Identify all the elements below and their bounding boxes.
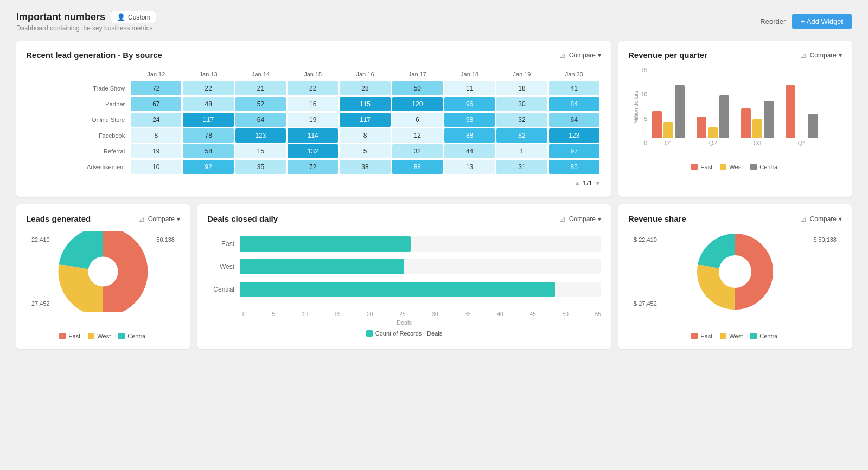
- col-header: Jan 15: [288, 69, 338, 80]
- heat-cell: 114: [288, 128, 338, 143]
- bar: [764, 101, 774, 138]
- bottom-row: Leads generated ⊿ Compare ▾ 22,410 50,13…: [16, 204, 852, 349]
- leads-header: Leads generated ⊿ Compare ▾: [26, 214, 180, 223]
- deals-bar-track: [240, 282, 601, 297]
- heat-cell: 16: [288, 97, 338, 111]
- page-header: Important numbers 👤 Custom Dashboard con…: [16, 11, 852, 32]
- rev-west-label: West: [729, 333, 743, 339]
- bar: [786, 85, 795, 138]
- bars-group: [697, 59, 729, 138]
- bars-area: Q1Q2Q3Q4: [652, 67, 842, 146]
- reorder-button[interactable]: Reorder: [760, 17, 786, 25]
- quarter-label: Q3: [754, 140, 762, 146]
- heatmap-controls: ⊿ Compare ▾: [559, 51, 601, 60]
- leads-east-label: East: [68, 333, 80, 339]
- deals-legend-label: Count of Records - Deals: [375, 330, 443, 337]
- heat-cell: 96: [444, 97, 495, 111]
- revenue-compare-button[interactable]: Compare ▾: [810, 51, 842, 59]
- bar: [708, 127, 718, 138]
- col-header: Jan 19: [496, 69, 547, 80]
- revenue-share-compare-button[interactable]: Compare ▾: [810, 215, 842, 223]
- leads-central-label: Central: [127, 333, 146, 339]
- deals-legend-item: Count of Records - Deals: [366, 330, 443, 337]
- heat-cell: 67: [131, 97, 181, 111]
- heat-cell: 1: [496, 144, 547, 158]
- heat-cell: 117: [340, 113, 390, 127]
- col-header: Jan 13: [183, 69, 233, 80]
- heat-cell: 82: [496, 128, 547, 143]
- heat-cell: 13: [444, 160, 495, 174]
- bar: [808, 114, 818, 138]
- deals-filter-icon[interactable]: ⊿: [559, 215, 566, 223]
- next-arrow[interactable]: ▼: [595, 179, 601, 187]
- revenue-compare-chevron: ▾: [839, 51, 842, 59]
- row-label: Referral: [28, 144, 129, 158]
- prev-arrow[interactable]: ▲: [574, 179, 580, 187]
- west-dot: [720, 164, 726, 170]
- revenue-share-filter-icon[interactable]: ⊿: [800, 215, 807, 223]
- legend-east: East: [691, 164, 712, 170]
- y-label-5: 5: [644, 116, 647, 122]
- bar: [697, 117, 706, 138]
- heat-cell: 58: [183, 144, 233, 158]
- leads-east-dot: [59, 333, 66, 339]
- custom-badge[interactable]: 👤 Custom: [111, 11, 156, 23]
- quarter-group: Q2: [697, 59, 729, 146]
- revenue-share-controls: ⊿ Compare ▾: [800, 215, 842, 223]
- heat-cell: 11: [444, 81, 495, 95]
- heat-cell: 52: [235, 97, 286, 111]
- rev-east-dot: [691, 333, 698, 339]
- deals-bar-fill: [240, 236, 411, 252]
- col-header: Jan 12: [131, 69, 181, 80]
- heat-cell: 41: [549, 81, 599, 95]
- y-axis-text: Million dollars: [633, 91, 639, 124]
- heat-cell: 8: [131, 128, 181, 143]
- rev-label-bottomleft: $ 27,452: [634, 300, 657, 307]
- deals-bar-track: [240, 259, 601, 274]
- deals-compare-chevron: ▾: [598, 215, 601, 223]
- bar: [752, 119, 762, 138]
- revenue-compare-label: Compare: [810, 51, 837, 59]
- heat-cell: 15: [235, 144, 286, 158]
- y-axis-label: Million dollars: [633, 67, 639, 146]
- heat-cell: 117: [183, 113, 233, 127]
- heat-cell: 115: [340, 97, 390, 111]
- revenue-share-title: Revenue share: [628, 214, 686, 223]
- deals-bar-label: East: [207, 240, 240, 248]
- col-header: Jan 18: [444, 69, 495, 80]
- heat-cell: 19: [288, 113, 338, 127]
- row-label: Facebook: [28, 128, 129, 143]
- heat-cell: 28: [340, 81, 390, 95]
- leads-compare-label: Compare: [148, 215, 175, 223]
- heat-cell: 72: [288, 160, 338, 174]
- bars-group: [786, 59, 818, 138]
- revenue-share-header: Revenue share ⊿ Compare ▾: [628, 214, 842, 223]
- deals-bar-row: East: [207, 236, 601, 252]
- heat-cell: 30: [496, 97, 547, 111]
- heat-cell: 18: [496, 81, 547, 95]
- heat-cell: 38: [340, 160, 390, 174]
- heatmap-compare-button[interactable]: Compare ▾: [569, 51, 601, 59]
- deals-compare-button[interactable]: Compare ▾: [569, 215, 601, 223]
- leads-legend-east: East: [59, 333, 80, 339]
- bars-group: [652, 59, 685, 138]
- leads-legend-west: West: [88, 333, 111, 339]
- deals-compare-label: Compare: [569, 215, 596, 223]
- heat-cell: 64: [235, 113, 286, 127]
- leads-filter-icon[interactable]: ⊿: [138, 215, 145, 223]
- page-subtitle: Dashboard containing the key business me…: [16, 24, 156, 32]
- bar: [675, 85, 685, 138]
- revenue-chart-area: 15 10 5 0 Million dollars Q1Q2Q3Q4: [628, 67, 842, 159]
- heat-cell: 123: [549, 128, 599, 143]
- leads-label-bottomleft: 27,452: [31, 300, 50, 307]
- heatmap-filter-icon[interactable]: ⊿: [559, 51, 566, 60]
- add-widget-button[interactable]: + Add Widget: [792, 14, 852, 29]
- leads-legend: East West Central: [26, 333, 180, 339]
- dashboard: Recent lead generation - By source ⊿ Com…: [16, 41, 852, 349]
- heat-cell: 31: [496, 160, 547, 174]
- revenue-share-compare-chevron: ▾: [839, 215, 842, 223]
- leads-compare-button[interactable]: Compare ▾: [148, 215, 180, 223]
- heatmap-container: Jan 12Jan 13Jan 14Jan 15Jan 16Jan 17Jan …: [26, 67, 601, 187]
- heatmap-widget: Recent lead generation - By source ⊿ Com…: [16, 41, 611, 197]
- revenue-share-chart: $ 22,410 $ 50,138 $ 27,452: [628, 231, 842, 329]
